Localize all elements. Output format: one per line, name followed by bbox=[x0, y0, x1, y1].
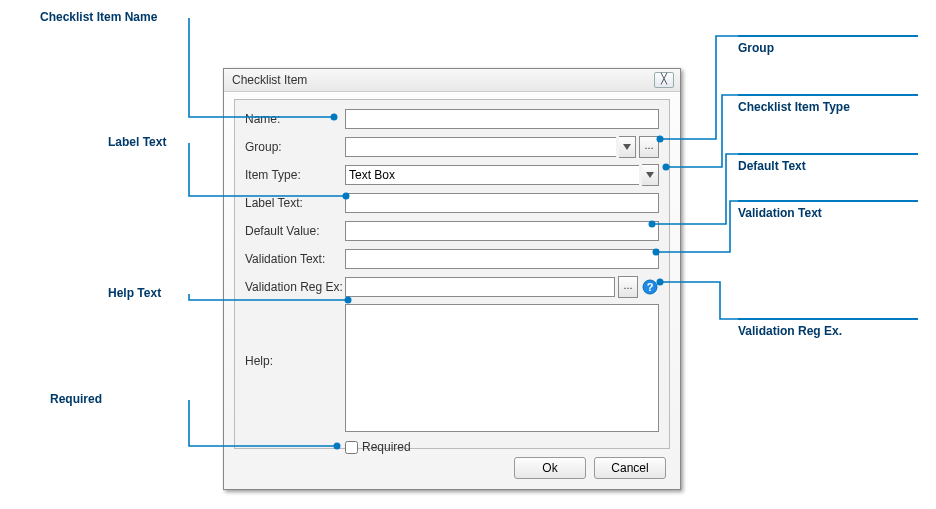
label-default-value: Default Value: bbox=[245, 224, 345, 238]
callout-help-text: Help Text bbox=[108, 286, 161, 300]
label-label-text: Label Text: bbox=[245, 196, 345, 210]
callout-checklist-item-name: Checklist Item Name bbox=[40, 10, 157, 24]
help-textarea[interactable] bbox=[345, 304, 659, 432]
label-item-type: Item Type: bbox=[245, 168, 345, 182]
callout-validation-text: Validation Text bbox=[738, 200, 918, 220]
label-required: Required bbox=[362, 440, 411, 454]
label-help: Help: bbox=[245, 304, 345, 368]
dialog-title: Checklist Item bbox=[232, 73, 307, 87]
question-icon: ? bbox=[642, 279, 658, 295]
name-input[interactable] bbox=[345, 109, 659, 129]
row-group: Group: ... bbox=[245, 136, 659, 158]
label-validation-regex: Validation Reg Ex: bbox=[245, 280, 345, 294]
chevron-down-icon bbox=[646, 172, 654, 178]
svg-text:?: ? bbox=[647, 281, 654, 293]
row-help: Help: bbox=[245, 304, 659, 432]
form-area: Name: Group: ... Item Type: bbox=[234, 99, 670, 449]
default-value-input[interactable] bbox=[345, 221, 659, 241]
callout-checklist-item-type: Checklist Item Type bbox=[738, 94, 918, 114]
validation-regex-help-button[interactable]: ? bbox=[641, 278, 659, 296]
label-validation-text: Validation Text: bbox=[245, 252, 345, 266]
required-checkbox[interactable] bbox=[345, 441, 358, 454]
item-type-input[interactable] bbox=[345, 165, 639, 185]
row-label-text: Label Text: bbox=[245, 192, 659, 214]
row-required: Required bbox=[245, 440, 659, 454]
group-dropdown-button[interactable] bbox=[619, 136, 636, 158]
svg-marker-0 bbox=[623, 144, 631, 150]
close-button[interactable]: ╳ bbox=[654, 72, 674, 88]
close-icon: ╳ bbox=[661, 73, 667, 84]
row-validation-regex: Validation Reg Ex: ... ? bbox=[245, 276, 659, 298]
item-type-dropdown-button[interactable] bbox=[642, 164, 659, 186]
chevron-down-icon bbox=[623, 144, 631, 150]
dialog-buttons: Ok Cancel bbox=[514, 457, 666, 479]
label-text-input[interactable] bbox=[345, 193, 659, 213]
validation-regex-input[interactable] bbox=[345, 277, 615, 297]
cancel-button[interactable]: Cancel bbox=[594, 457, 666, 479]
callout-validation-reg-ex: Validation Reg Ex. bbox=[738, 318, 918, 338]
validation-regex-ellipsis-button[interactable]: ... bbox=[618, 276, 638, 298]
row-item-type: Item Type: bbox=[245, 164, 659, 186]
callout-label-text: Label Text bbox=[108, 135, 166, 149]
callout-required: Required bbox=[50, 392, 102, 406]
callout-group: Group bbox=[738, 35, 918, 55]
group-ellipsis-button[interactable]: ... bbox=[639, 136, 659, 158]
row-validation-text: Validation Text: bbox=[245, 248, 659, 270]
label-name: Name: bbox=[245, 112, 345, 126]
callout-default-text: Default Text bbox=[738, 153, 918, 173]
svg-marker-1 bbox=[646, 172, 654, 178]
label-group: Group: bbox=[245, 140, 345, 154]
row-default-value: Default Value: bbox=[245, 220, 659, 242]
ok-button[interactable]: Ok bbox=[514, 457, 586, 479]
checklist-item-dialog: Checklist Item ╳ Name: Group: ... Item T… bbox=[223, 68, 681, 490]
validation-text-input[interactable] bbox=[345, 249, 659, 269]
group-input[interactable] bbox=[345, 137, 616, 157]
row-name: Name: bbox=[245, 108, 659, 130]
dialog-titlebar: Checklist Item ╳ bbox=[224, 69, 680, 92]
